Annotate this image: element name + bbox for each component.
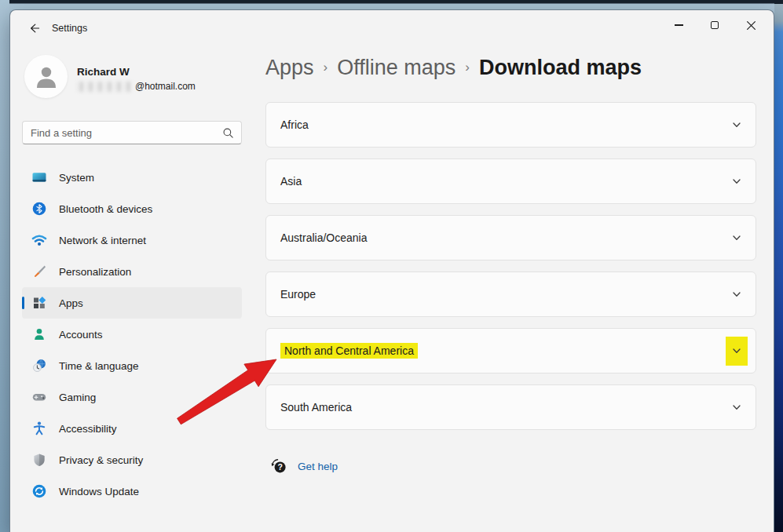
desktop-wallpaper-right bbox=[774, 0, 783, 532]
region-card-africa[interactable]: Africa bbox=[265, 102, 756, 148]
gamepad-icon bbox=[31, 388, 48, 406]
close-button[interactable] bbox=[733, 12, 769, 38]
sidebar-item-gaming[interactable]: Gaming bbox=[22, 381, 242, 413]
minimize-button[interactable] bbox=[660, 12, 697, 38]
accessibility-person-icon bbox=[31, 420, 48, 437]
sidebar-item-label: Gaming bbox=[59, 392, 96, 403]
system-monitor-icon bbox=[31, 169, 48, 186]
sidebar-nav: System Bluetooth & devices Network & int… bbox=[22, 162, 242, 507]
close-icon bbox=[746, 20, 756, 31]
sidebar-item-accessibility[interactable]: Accessibility bbox=[22, 413, 242, 444]
region-card-europe[interactable]: Europe bbox=[265, 271, 756, 317]
search-icon bbox=[222, 127, 234, 139]
breadcrumb-separator: › bbox=[465, 60, 470, 75]
avatar-person-icon bbox=[33, 64, 60, 90]
settings-window: Settings Richard W @hotmail.com bbox=[9, 9, 774, 532]
back-button[interactable] bbox=[23, 18, 46, 38]
maximize-icon bbox=[711, 21, 719, 29]
person-icon bbox=[31, 326, 48, 343]
sidebar-item-privacy[interactable]: Privacy & security bbox=[22, 444, 242, 476]
sidebar-item-system[interactable]: System bbox=[22, 162, 242, 193]
breadcrumb-offline-maps[interactable]: Offline maps bbox=[337, 56, 456, 79]
chevron-down-icon bbox=[726, 393, 748, 422]
page-title: Download maps bbox=[479, 56, 642, 79]
email-redacted-blur bbox=[77, 82, 134, 92]
breadcrumb: Apps›Offline maps›Download maps bbox=[265, 56, 642, 80]
breadcrumb-apps[interactable]: Apps bbox=[265, 56, 314, 79]
apps-squares-icon bbox=[31, 294, 48, 312]
minimize-icon bbox=[675, 24, 683, 25]
maximize-button[interactable] bbox=[697, 12, 733, 38]
avatar bbox=[24, 55, 68, 98]
help-question-icon: ? bbox=[270, 457, 287, 475]
shield-icon bbox=[31, 451, 48, 468]
wifi-icon bbox=[31, 231, 48, 249]
clock-globe-icon bbox=[31, 357, 48, 374]
sidebar-item-apps[interactable]: Apps bbox=[22, 287, 242, 319]
highlighted-region-label: North and Central America bbox=[280, 343, 418, 359]
update-sync-icon bbox=[31, 483, 48, 500]
region-card-australia-oceania[interactable]: Australia/Oceania bbox=[265, 215, 756, 261]
search-input[interactable] bbox=[31, 122, 211, 144]
sidebar-item-label: System bbox=[59, 172, 94, 184]
sidebar-item-label: Accounts bbox=[59, 329, 103, 341]
sidebar-item-network[interactable]: Network & internet bbox=[22, 224, 242, 256]
region-card-south-america[interactable]: South America bbox=[265, 384, 756, 430]
sidebar-item-bluetooth[interactable]: Bluetooth & devices bbox=[22, 193, 242, 224]
desktop-wallpaper-left bbox=[0, 0, 9, 532]
window-controls bbox=[660, 12, 769, 38]
region-card-north-central-america[interactable]: North and Central America bbox=[265, 328, 756, 373]
sidebar-item-accounts[interactable]: Accounts bbox=[22, 319, 242, 350]
chevron-down-icon bbox=[726, 111, 748, 140]
profile-name: Richard W bbox=[77, 66, 130, 78]
svg-text:?: ? bbox=[277, 462, 282, 472]
paintbrush-icon bbox=[31, 263, 48, 280]
chevron-down-icon bbox=[726, 280, 748, 309]
get-help-link[interactable]: Get help bbox=[298, 461, 338, 472]
region-card-asia[interactable]: Asia bbox=[265, 159, 756, 204]
sidebar-item-label: Network & internet bbox=[59, 235, 146, 246]
chevron-down-icon-highlighted bbox=[726, 337, 748, 366]
desktop-wallpaper-top-right bbox=[774, 0, 783, 4]
sidebar-item-label: Windows Update bbox=[59, 486, 139, 497]
search-box[interactable] bbox=[22, 121, 242, 144]
sidebar-item-time-language[interactable]: Time & language bbox=[22, 350, 242, 381]
breadcrumb-separator: › bbox=[324, 60, 328, 75]
chevron-down-icon bbox=[726, 224, 748, 253]
email-domain: @hotmail.com bbox=[135, 81, 196, 92]
sidebar-item-label: Apps bbox=[59, 297, 83, 309]
chevron-down-icon bbox=[726, 167, 748, 196]
sidebar-item-personalization[interactable]: Personalization bbox=[22, 256, 242, 287]
sidebar-item-windows-update[interactable]: Windows Update bbox=[22, 476, 242, 507]
bluetooth-icon bbox=[31, 200, 48, 217]
sidebar-item-label: Time & language bbox=[59, 360, 139, 372]
sidebar-item-label: Bluetooth & devices bbox=[59, 203, 152, 215]
sidebar-item-label: Accessibility bbox=[59, 423, 117, 435]
get-help-row: ? Get help bbox=[270, 457, 338, 475]
sidebar-item-label: Privacy & security bbox=[59, 454, 143, 466]
sidebar-item-label: Personalization bbox=[59, 266, 131, 278]
window-title: Settings bbox=[52, 23, 87, 34]
profile-email: @hotmail.com bbox=[77, 81, 196, 92]
selected-accent-bar bbox=[22, 297, 24, 309]
desktop-wallpaper-top bbox=[0, 0, 783, 9]
back-arrow-icon bbox=[28, 22, 41, 35]
